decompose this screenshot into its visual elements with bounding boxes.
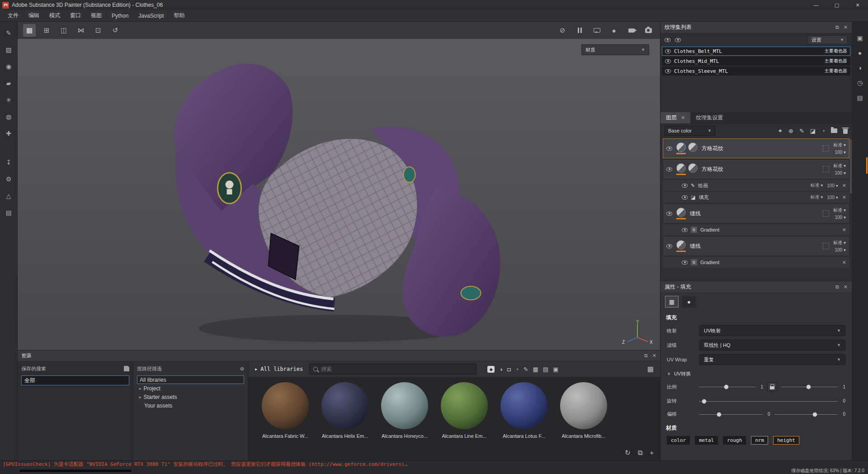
layer-row[interactable]: 方格花纹 标准 ▾ 100 ▾: [663, 159, 849, 179]
grid-options-icon[interactable]: ⊞: [40, 24, 53, 37]
blend-mode-dropdown[interactable]: 标准 ▾: [833, 207, 846, 213]
symmetry-icon[interactable]: ◫: [57, 24, 70, 37]
filtering-dropdown[interactable]: 双线性 | HQ ▼: [699, 340, 845, 351]
clone-tool-icon[interactable]: ✚: [3, 128, 14, 138]
slider-handle[interactable]: [724, 384, 729, 389]
mapping-dropdown[interactable]: UV映射 ▼: [699, 325, 845, 336]
rotation-slider[interactable]: [699, 398, 838, 404]
opacity-dropdown[interactable]: 100 ▾: [835, 150, 846, 155]
float-panel-icon[interactable]: ⧉: [644, 353, 648, 359]
menu-window[interactable]: 窗口: [65, 10, 86, 21]
layer-effect-row[interactable]: S Gradient ✕: [663, 257, 849, 268]
material-asset[interactable]: Alcantara Microfib...: [558, 382, 609, 460]
shelf-tool-icon[interactable]: ▤: [3, 208, 14, 218]
import-resources-icon[interactable]: ⧉: [638, 449, 643, 457]
mask-thumbnail[interactable]: [688, 142, 698, 152]
material-asset[interactable]: Alcantara Lotus F...: [499, 382, 549, 460]
tree-item-all-libraries[interactable]: All libraries: [137, 375, 244, 384]
menu-edit[interactable]: 编辑: [24, 10, 44, 21]
mask-placeholder-icon[interactable]: [823, 166, 829, 172]
layer-row[interactable]: 方格花纹 标准 ▾ 100 ▾: [663, 138, 849, 158]
fill-thumbnail[interactable]: [676, 208, 686, 217]
menu-mode[interactable]: 模式: [44, 10, 65, 21]
close-tab-icon[interactable]: ✕: [681, 115, 685, 121]
jacket-3d-model[interactable]: [18, 39, 660, 350]
minimize-button[interactable]: —: [806, 0, 826, 10]
menu-python[interactable]: Python: [107, 11, 133, 21]
texture-set-row[interactable]: Clothes_Belt_MTL 主要着色器: [662, 47, 850, 56]
tree-item-project[interactable]: ▸ Project: [137, 384, 244, 393]
material-sphere[interactable]: [441, 382, 488, 429]
tab-layers[interactable]: 图层 ✕: [660, 112, 690, 123]
export-tool-icon[interactable]: ↧: [3, 157, 14, 167]
pause-engine-icon[interactable]: [573, 24, 586, 37]
uv-transform-section[interactable]: ▼ UV转换: [660, 367, 852, 379]
fill-thumbnail[interactable]: [676, 142, 686, 152]
shader-settings-icon[interactable]: ●: [858, 49, 862, 57]
camera-video-icon[interactable]: [625, 24, 637, 37]
float-panel-icon[interactable]: ⧉: [835, 24, 839, 30]
close-button[interactable]: ✕: [847, 0, 868, 10]
layer-visibility-icon[interactable]: [666, 167, 672, 171]
grid-view-icon[interactable]: ▦: [647, 365, 654, 373]
isolate-selection-icon[interactable]: ⊘: [556, 24, 569, 37]
channel-metal-button[interactable]: metal: [695, 436, 718, 445]
particles-tool-icon[interactable]: ✳: [3, 95, 14, 105]
viewport-3d[interactable]: 材质 ▼ Y X Z: [18, 39, 660, 350]
straighten-tool-icon[interactable]: △: [3, 191, 14, 201]
texture-set-row[interactable]: Clothes_Sleeve_MTL 主要着色器: [662, 66, 850, 76]
filter-environments-icon[interactable]: ▣: [553, 366, 558, 373]
paint-tool-icon[interactable]: ✎: [3, 28, 14, 38]
material-asset[interactable]: Alcantara Fabric W...: [260, 382, 311, 460]
filter-smart-masks-icon[interactable]: ◘: [507, 366, 511, 373]
menu-help[interactable]: 帮助: [169, 10, 189, 21]
filter-alphas-icon[interactable]: ▦: [533, 366, 538, 373]
remove-effect-icon[interactable]: ✕: [842, 227, 846, 233]
saved-search-input[interactable]: [21, 375, 129, 385]
polygon-fill-tool-icon[interactable]: ▰: [3, 78, 14, 88]
mask-placeholder-icon[interactable]: [823, 243, 829, 249]
remove-effect-icon[interactable]: ✕: [842, 194, 846, 200]
opacity-dropdown[interactable]: 100 ▾: [835, 215, 846, 220]
material-properties-tab-icon[interactable]: ●: [682, 296, 696, 308]
blend-mode-dropdown[interactable]: 标准 ▾: [833, 142, 846, 148]
remove-effect-icon[interactable]: ✕: [842, 183, 846, 189]
fill-properties-tab-icon[interactable]: ▦: [665, 296, 679, 308]
display-settings-icon[interactable]: ▣: [857, 34, 863, 42]
uv-wrap-dropdown[interactable]: 重复 ▼: [699, 354, 845, 365]
filter-materials-icon[interactable]: ●: [487, 366, 495, 373]
add-group-folder-icon[interactable]: [831, 128, 837, 133]
shading-mode-dropdown[interactable]: 材质 ▼: [581, 44, 649, 55]
material-asset[interactable]: Alcantara Line Em...: [439, 382, 490, 460]
layer-row[interactable]: 缝线 标准 ▾ 100 ▾: [663, 236, 849, 256]
blend-mode-dropdown[interactable]: 标准 ▾: [810, 182, 823, 189]
material-asset[interactable]: Alcantara Helix Em...: [320, 382, 370, 460]
painting-mode-icon[interactable]: ▦: [23, 24, 36, 37]
effect-visibility-icon[interactable]: [682, 195, 688, 199]
material-sphere[interactable]: [321, 382, 368, 429]
offset-slider-u[interactable]: [699, 411, 763, 417]
fill-thumbnail[interactable]: [676, 163, 686, 173]
shader-link[interactable]: 主要着色器: [825, 48, 847, 54]
tree-item-your-assets[interactable]: Your assets: [137, 401, 244, 410]
slider-handle[interactable]: [702, 399, 707, 404]
offset-slider-v[interactable]: [774, 411, 838, 417]
layer-effect-row[interactable]: ✎ 绘画 标准 ▾ 100 ▾ ✕: [663, 180, 849, 191]
menu-javascript[interactable]: JavaScript: [133, 11, 169, 21]
texture-set-row[interactable]: Clothes_Mid_MTL 主要着色器: [662, 57, 850, 66]
visibility-eye-icon[interactable]: [665, 69, 671, 73]
mask-placeholder-icon[interactable]: [823, 210, 829, 217]
menu-file[interactable]: 文件: [3, 10, 24, 21]
float-panel-icon[interactable]: ⧉: [835, 284, 839, 290]
channel-dropdown[interactable]: Base color ▼: [665, 126, 715, 136]
maximize-button[interactable]: ▢: [826, 0, 847, 10]
visibility-eye-icon[interactable]: [665, 49, 671, 53]
blend-mode-dropdown[interactable]: 标准 ▾: [833, 163, 846, 169]
opacity-dropdown[interactable]: 100 ▾: [835, 247, 846, 252]
slider-handle[interactable]: [812, 412, 817, 417]
layer-visibility-icon[interactable]: [666, 147, 672, 151]
add-paint-layer-icon[interactable]: ✎: [799, 128, 804, 134]
history-icon[interactable]: ↺: [109, 24, 122, 37]
visibility-eye-icon[interactable]: [665, 59, 671, 63]
layer-effect-row[interactable]: S Gradient ✕: [663, 224, 849, 235]
